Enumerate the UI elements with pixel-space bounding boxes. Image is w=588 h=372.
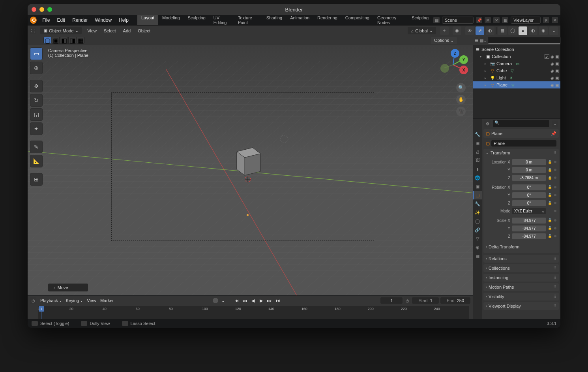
- tab-geometry-nodes[interactable]: Geometry Nodes: [373, 14, 408, 26]
- prop-tab-constraints[interactable]: 🔗: [473, 225, 482, 234]
- tab-uv-editing[interactable]: UV Editing: [210, 14, 234, 26]
- viewlayer-name-field[interactable]: ViewLayer: [511, 17, 541, 24]
- outliner-search-input[interactable]: [488, 37, 560, 44]
- timeline-view-menu[interactable]: View: [87, 298, 96, 303]
- gizmo-toggle[interactable]: ⬈: [476, 26, 484, 35]
- eye-icon[interactable]: ◉: [551, 54, 554, 59]
- eye-icon[interactable]: ◉: [551, 62, 554, 66]
- keyframe-dot-icon[interactable]: [554, 210, 556, 212]
- expand-toggle-icon[interactable]: ▸: [485, 69, 489, 73]
- maximize-window-button[interactable]: [47, 7, 52, 12]
- rotation-x-field[interactable]: 0°: [512, 184, 546, 190]
- eye-icon[interactable]: ◉: [551, 76, 554, 80]
- visibility-icon[interactable]: 👁: [465, 26, 474, 35]
- tree-camera[interactable]: ▸ 📷 Camera ▭ ◉▣: [473, 60, 560, 67]
- tree-scene-collection[interactable]: ☰ Scene Collection: [473, 46, 560, 53]
- header-object[interactable]: Object: [136, 27, 152, 34]
- timeline-playback-menu[interactable]: Playback ⌄: [40, 298, 62, 303]
- menu-render[interactable]: Render: [69, 16, 91, 24]
- tab-layout[interactable]: Layout: [137, 14, 158, 26]
- rotation-mode-dropdown[interactable]: XYZ Euler ⌄: [512, 208, 546, 214]
- header-select[interactable]: Select: [102, 27, 118, 34]
- rotate-tool[interactable]: ↻: [30, 94, 43, 107]
- overlay-toggle[interactable]: ◐: [486, 26, 494, 35]
- prop-tab-output[interactable]: 🖨: [473, 147, 482, 156]
- rendered-shading[interactable]: ◉: [539, 26, 548, 35]
- prop-tab-viewlayer[interactable]: 🖼: [473, 156, 482, 165]
- pin-icon[interactable]: 📌: [551, 131, 556, 136]
- scale-y-field[interactable]: -84.977: [512, 225, 546, 231]
- prop-tab-scene[interactable]: ◗: [473, 165, 482, 173]
- options-dropdown[interactable]: Options ⌄: [431, 37, 457, 44]
- 3d-viewport[interactable]: ▭ ⊕ ✥ ↻ ◱ ✦ ✎ 📐 ⊞ Camera Perspective (1)…: [28, 45, 473, 295]
- material-shading[interactable]: ◐: [529, 26, 537, 35]
- gizmo-x-icon[interactable]: X: [459, 66, 468, 74]
- measure-tool[interactable]: 📐: [30, 155, 43, 167]
- rotation-y-field[interactable]: 0°: [512, 192, 546, 198]
- current-frame-field[interactable]: 1: [380, 297, 403, 304]
- select-mode-invert[interactable]: ◨: [68, 37, 76, 44]
- prop-tab-particles[interactable]: ✨: [473, 208, 482, 217]
- rotation-z-field[interactable]: 0°: [512, 200, 546, 206]
- solid-shading[interactable]: ●: [519, 26, 527, 35]
- shading-dropdown-icon[interactable]: ⌄: [549, 26, 558, 35]
- viewlayer-delete-icon[interactable]: ✕: [552, 17, 558, 23]
- minimize-window-button[interactable]: [39, 7, 44, 12]
- camera-view-icon[interactable]: 🎥: [456, 107, 466, 116]
- scene-name-field[interactable]: Scene: [442, 17, 474, 24]
- panel-header-transform[interactable]: ⌄Transform⠿: [483, 149, 559, 157]
- tree-collection[interactable]: ▾ ▣ Collection ✓◉▣: [473, 53, 560, 60]
- move-tool[interactable]: ✥: [30, 80, 43, 92]
- redo-panel[interactable]: › Move: [48, 284, 88, 291]
- location-z-field[interactable]: -3.7684 m: [512, 175, 546, 181]
- camera-restrict-icon[interactable]: ▣: [555, 83, 559, 87]
- prop-tab-physics[interactable]: ◯: [473, 217, 482, 225]
- cursor-tool[interactable]: ⊕: [30, 62, 43, 74]
- timeline-editor-icon[interactable]: ◷: [30, 297, 36, 304]
- transform-tool[interactable]: ✦: [30, 122, 43, 135]
- keyframe-dot-icon[interactable]: [554, 202, 556, 204]
- eye-icon[interactable]: ◉: [551, 83, 554, 87]
- prop-tab-render[interactable]: ▣: [473, 139, 482, 147]
- lock-icon[interactable]: 🔓: [548, 160, 552, 164]
- outliner-editor-icon[interactable]: ☰: [475, 37, 478, 43]
- lock-icon[interactable]: 🔓: [548, 185, 552, 189]
- orientation-dropdown[interactable]: ⟀ Global ⌄: [408, 27, 436, 34]
- keyframe-dot-icon[interactable]: [554, 219, 556, 222]
- lock-icon[interactable]: 🔓: [548, 193, 552, 197]
- expand-toggle-icon[interactable]: ▸: [485, 62, 489, 66]
- tab-scripting[interactable]: Scripting: [408, 14, 433, 26]
- pan-icon[interactable]: ✋: [456, 95, 466, 104]
- camera-restrict-icon[interactable]: ▣: [555, 62, 559, 66]
- blender-logo-icon[interactable]: [30, 17, 37, 24]
- expand-toggle-icon[interactable]: ▾: [480, 55, 484, 58]
- jump-end-icon[interactable]: ⏭: [274, 297, 281, 304]
- tree-light[interactable]: ▸ 💡 Light ☀ ◉▣: [473, 74, 560, 81]
- camera-restrict-icon[interactable]: ▣: [555, 76, 559, 80]
- annotate-tool[interactable]: ✎: [30, 141, 43, 153]
- lock-icon[interactable]: 🔓: [548, 218, 552, 222]
- navigation-gizmo[interactable]: X Y Z: [439, 51, 467, 79]
- mode-dropdown[interactable]: ▣ Object Mode ⌄: [40, 27, 82, 34]
- select-mode-new[interactable]: ▢: [43, 37, 51, 44]
- select-box-tool[interactable]: ▭: [30, 47, 43, 60]
- lock-icon[interactable]: 🔓: [548, 234, 552, 238]
- menu-edit[interactable]: Edit: [54, 16, 68, 24]
- play-reverse-icon[interactable]: ◀: [249, 297, 257, 304]
- panel-header-visibility[interactable]: ›Visibility⠿: [483, 293, 559, 301]
- prop-tab-world[interactable]: 🌐: [473, 173, 482, 182]
- scale-z-field[interactable]: -84.977: [512, 233, 546, 239]
- prop-tab-collection[interactable]: ▣: [473, 182, 482, 191]
- timeline-keying-menu[interactable]: Keying ⌄: [66, 298, 83, 303]
- prop-tab-object[interactable]: ▢: [473, 191, 482, 199]
- header-add[interactable]: Add: [122, 27, 133, 34]
- header-view[interactable]: View: [86, 27, 98, 34]
- prop-tab-material[interactable]: ◉: [473, 243, 482, 252]
- scene-new-icon[interactable]: ⎘: [485, 17, 491, 23]
- properties-options-icon[interactable]: ⌄: [552, 120, 558, 127]
- default-cube[interactable]: [229, 140, 268, 179]
- location-x-field[interactable]: 0 m: [512, 159, 546, 165]
- play-icon[interactable]: ▶: [258, 297, 265, 304]
- tab-modeling[interactable]: Modeling: [158, 14, 184, 26]
- start-frame-field[interactable]: Start 1: [412, 297, 438, 304]
